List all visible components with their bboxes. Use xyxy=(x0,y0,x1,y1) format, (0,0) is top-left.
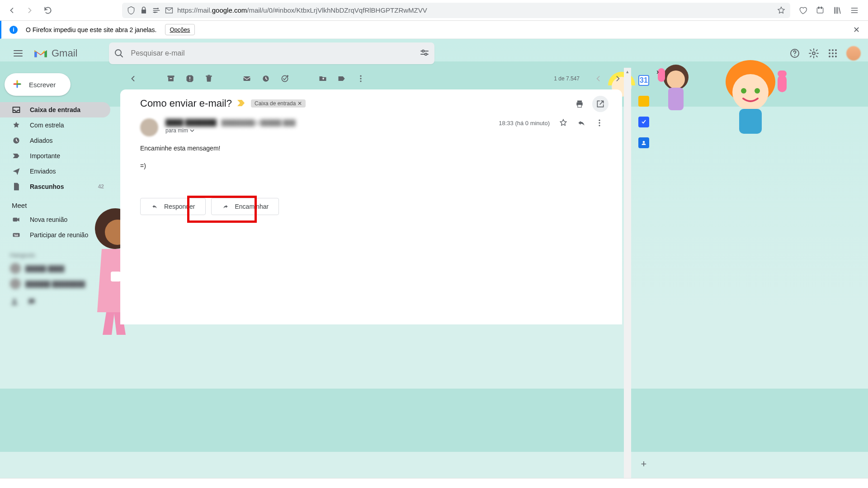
report-spam-button[interactable] xyxy=(185,74,194,83)
newer-button[interactable] xyxy=(594,74,603,83)
more-actions-button[interactable] xyxy=(356,74,365,83)
sidebar-item-label: Participar de reunião xyxy=(30,231,88,239)
account-icon[interactable] xyxy=(816,6,825,15)
browser-forward-button[interactable] xyxy=(23,3,37,18)
infobar-options-button[interactable]: Opções xyxy=(165,24,195,35)
meet-section-label: Meet xyxy=(0,194,116,212)
delete-button[interactable] xyxy=(204,74,213,83)
support-icon[interactable] xyxy=(789,48,800,59)
svg-point-0 xyxy=(157,8,159,9)
older-button[interactable] xyxy=(613,74,622,83)
reply-icon-button[interactable] xyxy=(577,118,586,127)
browser-right-actions xyxy=(798,6,859,15)
sidebar-item-label: Nova reunião xyxy=(30,216,67,223)
snooze-button[interactable] xyxy=(261,74,270,83)
sidebar-item-sent[interactable]: Enviados xyxy=(0,164,110,179)
vertical-scrollbar[interactable]: ▴ ▾ xyxy=(624,68,631,488)
page-indicator: 1 de 7.547 xyxy=(554,75,580,82)
url-bar[interactable]: https://mail.google.com/mail/u/0/#inbox/… xyxy=(122,3,790,18)
infobar-close-button[interactable]: ✕ xyxy=(853,25,860,35)
sidebar-item-join-meeting[interactable]: Participar de reunião xyxy=(0,227,110,243)
sidebar-item-label: Enviados xyxy=(30,168,56,175)
sidebar-item-important[interactable]: Importante xyxy=(0,148,110,164)
sidebar-item-drafts[interactable]: Rascunhos 42 xyxy=(0,179,110,194)
importance-marker-icon[interactable] xyxy=(237,99,245,108)
svg-point-29 xyxy=(829,52,830,54)
message-toolbar: 1 de 7.547 xyxy=(120,68,622,89)
star-message-button[interactable] xyxy=(559,118,568,127)
keep-app-icon[interactable] xyxy=(638,96,649,107)
mark-unread-button[interactable] xyxy=(242,74,251,83)
settings-gear-icon[interactable] xyxy=(808,48,819,59)
sender-avatar[interactable] xyxy=(140,118,158,136)
labels-button[interactable] xyxy=(337,74,346,83)
add-to-tasks-button[interactable] xyxy=(280,74,289,83)
subject-actions xyxy=(575,96,609,112)
label-chip-inbox[interactable]: Caixa de entrada ✕ xyxy=(251,99,306,108)
svg-point-53 xyxy=(360,75,361,77)
svg-rect-56 xyxy=(577,101,582,103)
hangouts-section-blurred: Hangouts █████ ████ ██████ ████████ xyxy=(0,252,116,306)
gmail-logo[interactable]: Gmail xyxy=(33,47,77,59)
get-addons-button[interactable]: + xyxy=(641,458,647,470)
search-bar[interactable] xyxy=(109,42,434,64)
remove-label-icon[interactable]: ✕ xyxy=(297,100,302,107)
contacts-app-icon[interactable] xyxy=(638,137,649,148)
sender-name-blurred: ████ ███████ xyxy=(165,119,217,126)
main-menu-button[interactable] xyxy=(7,42,29,64)
print-button[interactable] xyxy=(575,99,584,108)
svg-point-61 xyxy=(599,125,600,126)
tasks-app-icon[interactable] xyxy=(638,117,649,127)
scroll-track[interactable] xyxy=(624,75,631,481)
sidebar-item-inbox[interactable]: Caixa de entrada xyxy=(0,102,110,117)
body-line: Encaminhe esta mensagem! xyxy=(140,144,604,153)
svg-rect-46 xyxy=(189,77,190,79)
calendar-app-icon[interactable]: 31 xyxy=(638,75,649,86)
gmail-body: Escrever Caixa de entrada Com estrela Ad… xyxy=(0,68,868,488)
svg-rect-4 xyxy=(821,6,822,9)
sidebar-item-label: Adiados xyxy=(30,137,53,144)
bookmark-star-icon[interactable] xyxy=(777,6,786,15)
annotation-highlight-box xyxy=(187,196,257,223)
sender-email-blurred: ████████@█████.███ xyxy=(221,119,295,126)
sidebar-item-starred[interactable]: Com estrela xyxy=(0,117,110,133)
search-options-icon[interactable] xyxy=(419,48,430,59)
compose-button[interactable]: Escrever xyxy=(5,73,71,96)
browser-menu-icon[interactable] xyxy=(850,6,859,15)
scroll-up-icon[interactable]: ▴ xyxy=(624,68,631,75)
open-new-window-button[interactable] xyxy=(592,96,609,112)
account-avatar[interactable] xyxy=(846,46,861,61)
browser-reload-button[interactable] xyxy=(41,3,55,18)
save-pocket-icon[interactable] xyxy=(798,6,807,15)
site-info-icon[interactable] xyxy=(165,6,174,15)
video-icon xyxy=(12,215,21,224)
sidebar-item-snoozed[interactable]: Adiados xyxy=(0,133,110,148)
svg-point-21 xyxy=(422,50,425,52)
svg-point-27 xyxy=(832,49,834,51)
search-icon[interactable] xyxy=(113,48,124,59)
sidebar-item-new-meeting[interactable]: Nova reunião xyxy=(0,212,110,227)
svg-point-26 xyxy=(829,49,830,51)
move-to-button[interactable] xyxy=(318,74,327,83)
google-apps-icon[interactable] xyxy=(827,48,838,59)
sidebar-item-label: Rascunhos xyxy=(30,183,64,190)
back-to-inbox-button[interactable] xyxy=(128,74,137,83)
svg-point-32 xyxy=(829,56,830,57)
side-panel-toggle-icon[interactable]: › xyxy=(656,68,659,488)
inbox-icon xyxy=(12,105,21,114)
svg-rect-3 xyxy=(818,6,820,9)
browser-toolbar: https://mail.google.com/mail/u/0/#inbox/… xyxy=(0,0,868,21)
window-bottom-border xyxy=(0,478,868,488)
svg-point-55 xyxy=(360,80,361,82)
to-line[interactable]: para mim xyxy=(165,127,491,134)
svg-rect-40 xyxy=(17,234,18,235)
browser-back-button[interactable] xyxy=(5,3,19,18)
library-icon[interactable] xyxy=(833,6,842,15)
svg-rect-41 xyxy=(14,235,18,236)
sidebar: Escrever Caixa de entrada Com estrela Ad… xyxy=(0,68,116,488)
permissions-icon[interactable] xyxy=(152,6,161,15)
archive-button[interactable] xyxy=(166,74,175,83)
message-more-button[interactable] xyxy=(595,118,604,127)
clock-icon xyxy=(12,136,21,145)
search-input[interactable] xyxy=(131,49,413,57)
